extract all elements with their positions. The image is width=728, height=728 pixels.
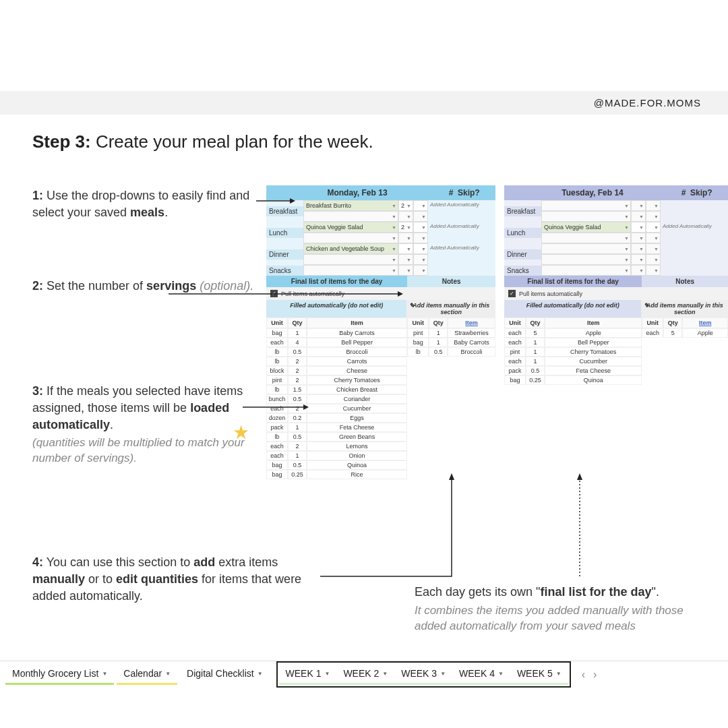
qty-dropdown[interactable]: ▼ [631, 233, 646, 243]
step-heading: Step 3: Create your meal plan for the we… [32, 131, 373, 152]
caret-icon: ▼ [102, 671, 107, 677]
meal-dropdown[interactable]: ▼ [303, 265, 398, 276]
meal-dropdown[interactable]: ▼ [303, 254, 398, 265]
qty-dropdown[interactable]: ▼ [398, 243, 413, 254]
added-auto-label: Added Automatically [428, 243, 495, 254]
skip-dropdown[interactable]: ▼ [646, 254, 661, 265]
meal-dropdown[interactable]: ▼ [303, 211, 398, 222]
item-row: pint1Cherry Tomatoes [504, 347, 642, 357]
item-row: each1Cucumber [504, 357, 642, 366]
svg-marker-8 [577, 473, 582, 480]
item-row: each1Onion [266, 451, 407, 460]
item-row: bag0.25Quinoa [504, 375, 642, 385]
item-row: lb1.5Chicken Breast [266, 385, 407, 394]
meal-label-dinner: Dinner [504, 249, 541, 260]
item-row: block2Cheese [266, 366, 407, 375]
pull-items-checkbox[interactable]: ✓ [508, 290, 516, 297]
skip-dropdown[interactable]: ▼ [413, 233, 428, 243]
meal-dropdown[interactable]: Quinoa Veggie Salad▼ [303, 222, 398, 233]
nav-next-icon[interactable]: › [593, 669, 597, 681]
qty-dropdown[interactable]: ▼ [398, 233, 413, 243]
skip-dropdown[interactable]: ▼ [646, 222, 661, 233]
meal-dropdown[interactable]: ▼ [541, 254, 631, 265]
meal-dropdown[interactable]: ▼ [541, 265, 631, 276]
day-header-monday: Monday, Feb 13 # Skip? [266, 185, 495, 200]
final-list-header: Final list of items for the day [504, 276, 642, 287]
qty-dropdown[interactable]: ▼ [631, 265, 646, 276]
qty-dropdown[interactable]: ▼ [631, 222, 646, 233]
skip-dropdown[interactable]: ▼ [646, 233, 661, 243]
meal-label-dinner: Dinner [266, 249, 303, 260]
pull-items-row: ✓ Pull items automatically [504, 287, 728, 300]
meal-grid-monday: Breakfast Breakfast Burrito▼ 2▼ ▼ Added … [266, 200, 495, 276]
qty-dropdown[interactable]: 2▼ [398, 200, 413, 211]
skip-dropdown[interactable]: ▼ [413, 254, 428, 265]
item-row: pack0.5Feta Cheese [504, 366, 642, 375]
instruction-3-sub: (quantities will be multiplied to match … [32, 435, 262, 466]
meal-dropdown[interactable]: ▼ [303, 233, 398, 243]
qty-dropdown[interactable]: ▼ [398, 211, 413, 222]
skip-dropdown[interactable]: ▼ [413, 200, 428, 211]
instruction-4: 4: You can use this section to add extra… [32, 554, 315, 605]
added-auto-label: Added Automatically [428, 222, 495, 233]
meal-dropdown[interactable]: ▼ [541, 200, 631, 211]
instruction-1: 1: Use the drop-downs to easily find and… [32, 187, 262, 221]
notes-header: Notes [407, 276, 495, 287]
instruction-2: 2: Set the number of servings (optional)… [32, 278, 262, 295]
qty-dropdown[interactable]: ▼ [631, 243, 646, 254]
pencil-icon: ✎ [409, 302, 415, 309]
item-row: bag0.25Rice [266, 470, 407, 479]
item-row: lb0.5Broccoli [407, 347, 495, 357]
skip-dropdown[interactable]: ▼ [646, 265, 661, 276]
tab-week-1[interactable]: WEEK 1▼ [279, 664, 337, 685]
tab-week-3[interactable]: WEEK 3▼ [394, 664, 452, 685]
skip-dropdown[interactable]: ▼ [646, 200, 661, 211]
qty-dropdown[interactable]: ▼ [631, 211, 646, 222]
qty-dropdown[interactable]: ▼ [398, 265, 413, 276]
arrow-5 [573, 472, 586, 580]
pull-items-row: ✓ Pull items automatically [266, 287, 495, 300]
auto-fill-header: Filled automatically (do not edit) [504, 300, 641, 317]
item-row: pack1Feta Cheese [266, 423, 407, 432]
notes-header: Notes [642, 276, 728, 287]
skip-dropdown[interactable]: ▼ [413, 211, 428, 222]
tab-calendar[interactable]: Calendar▼ [117, 664, 177, 685]
meal-label-lunch: Lunch [266, 228, 303, 238]
item-row: bunch0.5Coriander [266, 394, 407, 404]
skip-dropdown[interactable]: ▼ [646, 211, 661, 222]
meal-dropdown[interactable]: Chicken and Vegetable Soup▼ [303, 243, 398, 254]
day-panel-monday: Monday, Feb 13 # Skip? Breakfast Breakfa… [266, 185, 495, 479]
item-row: pint1Strawberries [407, 328, 495, 338]
brand-band: @MADE.FOR.MOMS [0, 91, 728, 115]
tab-week-4[interactable]: WEEK 4▼ [452, 664, 510, 685]
meal-label-snacks: Snacks [504, 266, 541, 276]
meal-dropdown[interactable]: ▼ [541, 211, 631, 222]
skip-dropdown[interactable]: ▼ [413, 222, 428, 233]
meal-dropdown[interactable]: ▼ [541, 243, 631, 254]
meal-label-breakfast: Breakfast [504, 206, 541, 216]
instruction-3: 3: If the meals you selected have items … [32, 383, 262, 434]
skip-dropdown[interactable]: ▼ [413, 243, 428, 254]
qty-dropdown[interactable]: ▼ [398, 254, 413, 265]
skip-dropdown[interactable]: ▼ [646, 243, 661, 254]
item-row: dozen0.2Eggs [266, 413, 407, 423]
tab-week-5[interactable]: WEEK 5▼ [510, 664, 568, 685]
tab-digital-checklist[interactable]: Digital Checklist▼ [180, 664, 270, 685]
item-row: each2Lemons [266, 442, 407, 451]
qty-dropdown[interactable]: ▼ [631, 254, 646, 265]
meal-dropdown[interactable]: Quinoa Veggie Salad▼ [541, 222, 631, 233]
item-row: each2Cucumber [266, 404, 407, 413]
qty-dropdown[interactable]: ▼ [631, 200, 646, 211]
pull-items-checkbox[interactable]: ✓ [270, 290, 278, 297]
item-row: lb0.5Green Beans [266, 432, 407, 442]
auto-fill-header: Filled automatically (do not edit) [266, 300, 406, 317]
skip-dropdown[interactable]: ▼ [413, 265, 428, 276]
tab-week-2[interactable]: WEEK 2▼ [336, 664, 394, 685]
sheet-tab-bar: Monthly Grocery List▼ Calendar▼ Digital … [0, 661, 728, 688]
tab-monthly-grocery[interactable]: Monthly Grocery List▼ [5, 664, 114, 685]
qty-dropdown[interactable]: 2▼ [398, 222, 413, 233]
nav-prev-icon[interactable]: ‹ [582, 669, 585, 681]
meal-dropdown[interactable]: ▼ [541, 233, 631, 243]
meal-dropdown[interactable]: Breakfast Burrito▼ [303, 200, 398, 211]
meal-label-breakfast: Breakfast [266, 206, 303, 216]
